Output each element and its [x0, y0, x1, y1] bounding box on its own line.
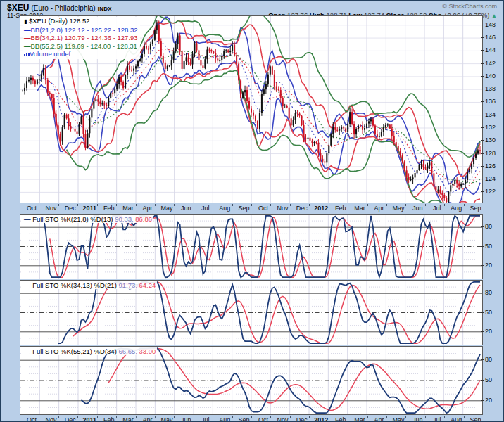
month-label: Dec — [296, 205, 308, 212]
y-axis-tick: 50 — [485, 309, 492, 316]
month-tick — [405, 416, 406, 418]
month-tick — [97, 416, 98, 418]
y-axis-tick: 80 — [485, 356, 492, 363]
month-label: Apr — [142, 205, 152, 212]
month-label: Feb — [103, 205, 115, 212]
y-axis-tick: 128 — [485, 150, 496, 157]
volume-label: Volume undef — [30, 50, 70, 58]
month-tick — [20, 204, 20, 206]
y-axis-tick: 122 — [485, 188, 496, 195]
month-label: Sep — [470, 416, 481, 422]
y-axis-tick: 144 — [485, 46, 496, 53]
stochastic-3-canvas — [20, 347, 482, 414]
bb34-label: BB(34,2.1) 120.79 - 124.36 - 127.93 — [31, 34, 138, 41]
y-axis-tick: 50 — [485, 376, 492, 383]
exchange-label: INDX — [98, 6, 112, 12]
y-axis-tick: 140 — [485, 72, 496, 79]
month-tick — [39, 416, 39, 418]
legend-volume-row: Volume undef — [24, 50, 138, 58]
month-label: Apr — [374, 416, 384, 422]
month-tick — [329, 204, 329, 206]
month-label: Aug — [219, 416, 230, 422]
month-label: Nov — [45, 205, 56, 212]
month-label: Feb — [103, 416, 115, 422]
legend-bb21-row: —BB(21,2.0) 122.12 - 125.22 - 128.32 — [24, 26, 138, 34]
month-label: Jun — [181, 416, 191, 422]
stochastic-2-legend: — Full STO %K(34,13) %D(21) 91.73, 64.24 — [23, 281, 157, 289]
month-tick — [270, 204, 271, 206]
bb21-label: BB(21,2.0) 122.12 - 125.22 - 128.32 — [31, 26, 138, 34]
month-label: Nov — [45, 416, 56, 422]
month-label: Sep — [470, 205, 481, 212]
month-tick — [155, 416, 156, 418]
month-label: Dec — [296, 416, 308, 422]
stockcharts-chart: $XEU (Euro - Philadelphia) INDX 11-Sep-2… — [0, 0, 504, 422]
bb34-line-icon: — — [24, 34, 31, 41]
month-tick — [290, 416, 291, 418]
bb21-line-icon: — — [24, 26, 31, 34]
y-axis-tick: 20 — [485, 397, 492, 404]
month-tick — [386, 204, 387, 206]
month-label: Sep — [239, 205, 250, 212]
y-axis-tick: 148 — [485, 21, 496, 28]
y-axis-tick: 80 — [485, 289, 492, 296]
volume-bars-icon — [24, 50, 30, 58]
legend-bb34-row: —BB(34,2.1) 120.79 - 124.36 - 127.93 — [24, 34, 138, 42]
month-label: Oct — [27, 205, 37, 212]
month-tick — [77, 416, 78, 418]
month-tick — [39, 204, 39, 206]
k-line-icon: — — [24, 347, 31, 355]
legend-symbol-text: $XEU (Daily) 128.52 — [29, 17, 90, 25]
stochastic-3-k-value: 66.65, — [118, 347, 137, 355]
month-label: Oct — [258, 205, 268, 212]
month-label: Jul — [201, 205, 210, 212]
symbol-description: (Euro - Philadelphia) — [31, 4, 95, 12]
month-label: Jul — [433, 205, 441, 212]
k-line-icon: — — [24, 215, 31, 223]
month-tick — [116, 416, 117, 418]
month-tick — [174, 416, 175, 418]
month-tick — [367, 416, 368, 418]
stochastic-3-label: Full STO %K(55,21) %D(34) — [32, 347, 117, 355]
price-legend: ▮$XEU (Daily) 128.52 —BB(21,2.0) 122.12 … — [23, 17, 140, 59]
month-label: 2012 — [314, 205, 328, 212]
month-label: Feb — [335, 416, 346, 422]
month-label: Jun — [412, 416, 423, 422]
month-tick — [136, 416, 137, 418]
chart-title: $XEU (Euro - Philadelphia) INDX — [7, 3, 112, 13]
month-label: 2011 — [82, 416, 96, 422]
month-tick — [425, 204, 426, 206]
month-label: Oct — [27, 416, 37, 422]
month-tick — [194, 204, 194, 206]
month-label: May — [392, 416, 404, 422]
stochastic-panel-2: — Full STO %K(34,13) %D(21) 91.73, 64.24 — [20, 280, 483, 345]
month-tick — [174, 204, 175, 206]
month-label: Sep — [239, 416, 250, 422]
month-tick — [58, 204, 59, 206]
month-label: May — [392, 205, 404, 212]
month-tick — [290, 204, 291, 206]
copyright: © StockCharts.com — [442, 3, 497, 10]
month-label: May — [160, 205, 172, 212]
stochastic-2-canvas — [20, 281, 482, 345]
stochastic-2-label: Full STO %K(34,13) %D(21) — [32, 281, 117, 289]
month-tick — [77, 204, 78, 206]
stochastic-1-d-value: 86.86 — [135, 215, 152, 223]
month-tick — [58, 416, 59, 418]
y-axis-tick: 50 — [485, 243, 492, 250]
symbol: $XEU — [7, 3, 29, 13]
month-axis-bottom: OctNovDec2011FebMarAprMayJunJulAugSepOct… — [20, 416, 483, 422]
bb55-label: BB(55,2.5) 119.69 - 124.00 - 128.31 — [31, 42, 137, 50]
month-tick — [213, 204, 213, 206]
month-label: Aug — [451, 416, 462, 422]
y-axis-tick: 142 — [485, 60, 496, 67]
stochastic-2-k-value: 91.73, — [118, 281, 137, 289]
month-label: 2011 — [82, 205, 96, 212]
y-axis-tick: 20 — [485, 328, 492, 335]
stochastic-1-canvas — [20, 215, 482, 279]
month-tick — [464, 416, 465, 418]
month-tick — [213, 416, 213, 418]
month-tick — [232, 416, 233, 418]
up-arrow-icon: ▲ — [491, 13, 497, 19]
month-tick — [386, 416, 387, 418]
